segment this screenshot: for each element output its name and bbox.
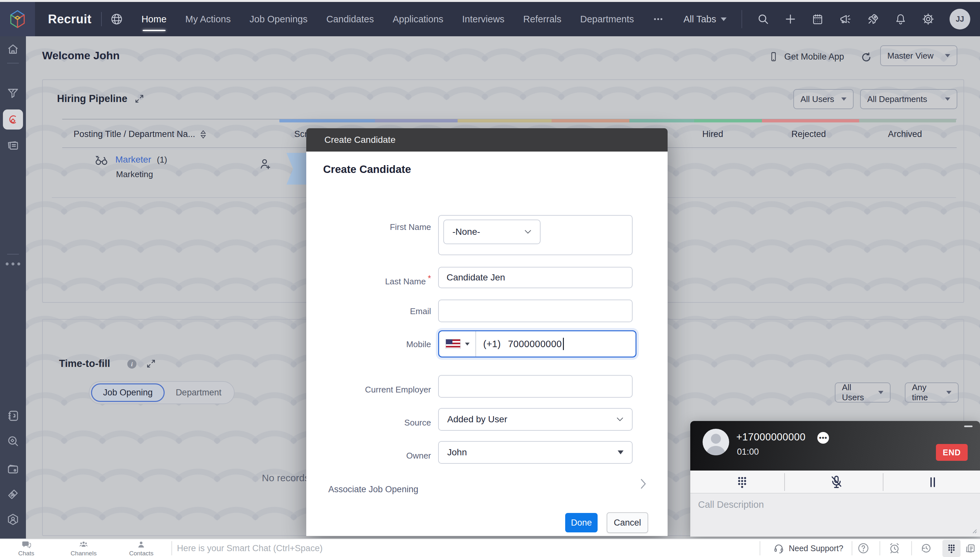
dock-channels[interactable]: Channels [71,540,96,557]
all-tabs-selector[interactable]: All Tabs [683,14,727,24]
zoho-logo[interactable] [0,2,35,36]
current-employer-input[interactable] [438,375,632,398]
pipeline-users-filter[interactable]: All Users [793,89,854,109]
call-description-area[interactable]: Call Description [690,493,980,537]
people-hex-icon[interactable] [6,513,20,526]
salutation-select[interactable]: -None- [443,220,541,244]
rocket-icon[interactable] [867,13,880,26]
chevron-down-icon [524,230,531,234]
column-header-rejected[interactable]: Rejected [791,129,826,139]
sidebar-divider [7,254,19,254]
wallet-icon[interactable] [6,462,20,476]
more-tabs-icon[interactable] [653,14,664,24]
hold-pause-icon[interactable] [926,476,939,489]
nav-tabs: Home My Actions Job Openings Candidates … [141,2,664,36]
user-avatar[interactable]: JJ [949,9,970,29]
filter-funnel-icon[interactable] [6,86,20,100]
view-selector-label: Master View [887,51,934,61]
dialpad-icon[interactable] [735,475,749,489]
owner-select[interactable]: John [438,441,632,464]
need-support[interactable]: Need Support? [773,539,843,557]
sidebar-more-icon[interactable] [6,263,20,265]
nav-right-cluster: All Tabs [683,9,980,29]
country-code-selector[interactable] [439,331,476,357]
mobile-input[interactable]: (+1) 7000000000 [438,330,637,358]
dock-chats-label: Chats [18,550,34,557]
search-zoom-icon[interactable] [6,434,20,448]
call-more-icon[interactable]: ••• [817,432,829,444]
chevron-down-icon [465,343,470,345]
resize-handle-icon[interactable] [970,527,977,534]
cancel-button[interactable]: Cancel [607,512,648,533]
tab-referrals[interactable]: Referrals [523,2,562,36]
posting-title-link[interactable]: Marketer [115,155,151,165]
reminder-alarm-icon[interactable] [888,542,901,554]
clipboard-copy-icon[interactable] [964,542,976,554]
tasks-check-icon[interactable] [6,489,20,502]
binoculars-icon[interactable] [94,153,109,168]
globe-icon[interactable] [110,13,123,26]
ttf-users-filter[interactable]: All Users [835,383,890,402]
last-name-input[interactable] [438,267,632,288]
column-header-hired[interactable]: Hired [702,129,724,139]
search-icon[interactable] [757,13,769,25]
column-header-posting-title[interactable]: Posting Title / Department Na... [74,129,207,139]
done-button[interactable]: Done [565,513,598,533]
stage-color-segment [279,119,375,122]
column-header-posting-label: Posting Title / Department Na... [74,129,195,139]
tab-departments[interactable]: Departments [580,2,634,36]
mobile-label: Mobile [311,339,431,349]
caller-number: +17000000000 [736,432,806,443]
toggle-department[interactable]: Department [165,384,232,401]
refresh-icon[interactable] [860,51,872,64]
ttf-time-filter[interactable]: Any time [905,383,959,402]
tab-applications[interactable]: Applications [393,2,443,36]
tab-job-openings[interactable]: Job Openings [250,2,307,36]
source-label: Source [311,418,431,428]
info-icon[interactable]: i [126,358,137,370]
minimize-icon[interactable] [964,425,973,427]
smart-chat-input[interactable]: Here is your Smart Chat (Ctrl+Space) [177,539,322,557]
modal-titlebar[interactable]: Create Candidate [306,128,668,151]
dock-chats[interactable]: Chats [18,540,34,557]
email-input[interactable] [438,300,632,322]
get-mobile-app[interactable]: Get Mobile App [768,51,844,62]
view-selector[interactable]: Master View [880,46,957,66]
modal-body: Create Candidate First Name -None- Last … [306,151,668,536]
dock-dialpad-active[interactable] [942,540,960,557]
pipeline-departments-filter-label: All Departments [867,94,927,104]
source-select[interactable]: Added by User [438,408,632,431]
settings-gear-icon[interactable] [922,13,934,26]
salutation-value: -None- [452,227,524,237]
hiring-pipeline-title: Hiring Pipeline [57,93,127,104]
mic-muted-icon[interactable] [829,474,844,489]
expand-icon[interactable] [134,94,145,104]
sort-icon [199,130,207,138]
first-name-label: First Name [311,222,431,232]
tab-interviews[interactable]: Interviews [462,2,505,36]
tab-candidates[interactable]: Candidates [326,2,374,36]
tab-my-actions[interactable]: My Actions [185,2,231,36]
toggle-job-opening[interactable]: Job Opening [91,383,165,402]
pipeline-departments-filter[interactable]: All Departments [860,89,957,109]
home-icon[interactable] [6,42,20,56]
column-header-archived[interactable]: Archived [888,129,922,139]
call-timer: 01:00 [737,447,759,457]
dock-contacts[interactable]: Contacts [129,540,154,557]
end-call-button[interactable]: END [936,444,968,461]
bell-icon[interactable] [895,13,907,25]
tab-home[interactable]: Home [141,2,166,36]
history-icon[interactable] [920,542,933,554]
notebook-icon[interactable] [6,409,20,423]
help-icon[interactable] [857,542,869,554]
announcement-icon[interactable] [839,13,852,26]
add-candidate-icon[interactable] [259,157,272,171]
stage-color-segment [375,119,457,122]
chevron-right-icon[interactable] [639,478,647,490]
add-icon[interactable] [784,13,797,25]
bottom-dock: Chats Channels Contacts Here is your Sma… [0,539,980,557]
caller-avatar [702,429,729,455]
expand-icon[interactable] [146,358,156,369]
documents-icon[interactable] [6,139,20,153]
calendar-icon[interactable] [812,13,824,25]
